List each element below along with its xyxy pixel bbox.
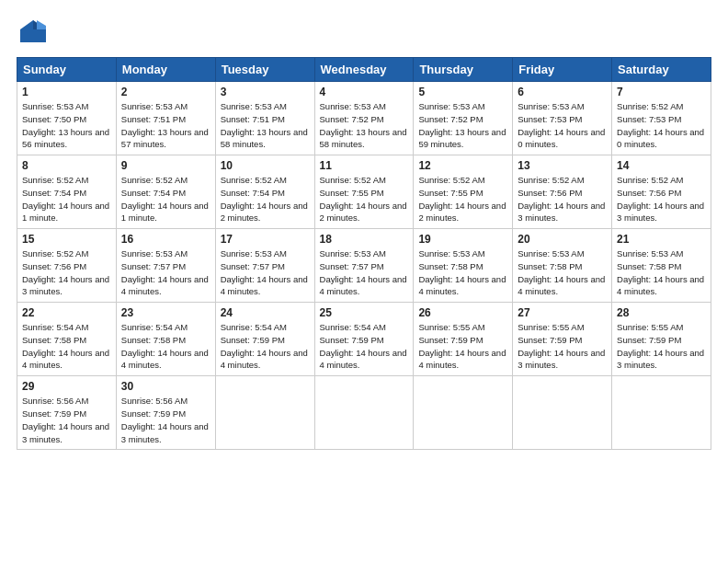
day-info: Sunrise: 5:54 AM Sunset: 7:59 PM Dayligh… <box>320 321 409 372</box>
day-info: Sunrise: 5:53 AM Sunset: 7:57 PM Dayligh… <box>121 247 210 298</box>
sunset-label: Sunset: 7:54 PM <box>121 188 186 198</box>
sunrise-label: Sunrise: 5:52 AM <box>221 175 287 185</box>
day-info: Sunrise: 5:54 AM Sunset: 7:58 PM Dayligh… <box>22 321 111 372</box>
day-number: 1 <box>22 86 111 98</box>
day-info: Sunrise: 5:53 AM Sunset: 7:50 PM Dayligh… <box>22 100 111 151</box>
calendar-cell <box>414 376 513 450</box>
sunrise-label: Sunrise: 5:53 AM <box>121 101 188 111</box>
day-info: Sunrise: 5:53 AM Sunset: 7:58 PM Dayligh… <box>617 247 706 298</box>
calendar-cell: 8 Sunrise: 5:52 AM Sunset: 7:54 PM Dayli… <box>17 155 117 229</box>
page: SundayMondayTuesdayWednesdayThursdayFrid… <box>0 0 728 563</box>
day-info: Sunrise: 5:56 AM Sunset: 7:59 PM Dayligh… <box>22 395 111 445</box>
sunrise-label: Sunrise: 5:52 AM <box>518 175 584 185</box>
sunrise-label: Sunrise: 5:53 AM <box>22 101 88 111</box>
svg-marker-3 <box>37 20 46 29</box>
sunrise-label: Sunrise: 5:52 AM <box>617 101 683 111</box>
daylight-label: Daylight: 14 hours and 0 minutes. <box>617 127 704 150</box>
day-number: 11 <box>320 159 409 172</box>
sunrise-label: Sunrise: 5:56 AM <box>22 396 88 406</box>
day-info: Sunrise: 5:52 AM Sunset: 7:55 PM Dayligh… <box>418 174 507 224</box>
sunrise-label: Sunrise: 5:54 AM <box>22 322 88 332</box>
week-row-3: 22 Sunrise: 5:54 AM Sunset: 7:58 PM Dayl… <box>17 303 711 376</box>
sunset-label: Sunset: 7:52 PM <box>320 114 384 124</box>
day-info: Sunrise: 5:56 AM Sunset: 7:59 PM Dayligh… <box>121 395 210 445</box>
daylight-label: Daylight: 14 hours and 3 minutes. <box>22 421 109 444</box>
daylight-label: Daylight: 14 hours and 2 minutes. <box>418 201 506 224</box>
sunset-label: Sunset: 7:58 PM <box>617 261 681 271</box>
day-number: 14 <box>617 159 706 172</box>
calendar-cell: 21 Sunrise: 5:53 AM Sunset: 7:58 PM Dayl… <box>612 229 711 303</box>
week-row-2: 15 Sunrise: 5:52 AM Sunset: 7:56 PM Dayl… <box>17 229 711 303</box>
day-info: Sunrise: 5:52 AM Sunset: 7:56 PM Dayligh… <box>22 247 111 298</box>
sunrise-label: Sunrise: 5:52 AM <box>617 175 683 185</box>
day-number: 17 <box>221 233 310 246</box>
day-info: Sunrise: 5:55 AM Sunset: 7:59 PM Dayligh… <box>518 321 607 372</box>
col-header-thursday: Thursday <box>414 58 513 82</box>
sunrise-label: Sunrise: 5:55 AM <box>617 322 683 332</box>
sunrise-label: Sunrise: 5:53 AM <box>320 101 386 111</box>
daylight-label: Daylight: 14 hours and 2 minutes. <box>221 201 308 224</box>
calendar-cell: 28 Sunrise: 5:55 AM Sunset: 7:59 PM Dayl… <box>612 303 711 376</box>
daylight-label: Daylight: 14 hours and 3 minutes. <box>121 421 209 444</box>
calendar-cell: 23 Sunrise: 5:54 AM Sunset: 7:58 PM Dayl… <box>116 303 215 376</box>
calendar-cell: 2 Sunrise: 5:53 AM Sunset: 7:51 PM Dayli… <box>116 82 215 155</box>
calendar-cell <box>215 376 314 450</box>
day-info: Sunrise: 5:55 AM Sunset: 7:59 PM Dayligh… <box>418 321 507 372</box>
day-info: Sunrise: 5:53 AM Sunset: 7:58 PM Dayligh… <box>518 247 607 298</box>
svg-rect-2 <box>20 29 46 42</box>
calendar-cell: 13 Sunrise: 5:52 AM Sunset: 7:56 PM Dayl… <box>513 155 612 229</box>
day-number: 20 <box>518 233 607 246</box>
col-header-monday: Monday <box>116 58 215 82</box>
day-number: 7 <box>617 86 706 98</box>
day-number: 22 <box>22 306 111 319</box>
daylight-label: Daylight: 14 hours and 4 minutes. <box>121 274 209 297</box>
daylight-label: Daylight: 14 hours and 4 minutes. <box>221 274 308 297</box>
sunrise-label: Sunrise: 5:54 AM <box>121 322 188 332</box>
week-row-1: 8 Sunrise: 5:52 AM Sunset: 7:54 PM Dayli… <box>17 155 711 229</box>
calendar-cell: 18 Sunrise: 5:53 AM Sunset: 7:57 PM Dayl… <box>314 229 414 303</box>
calendar-cell: 15 Sunrise: 5:52 AM Sunset: 7:56 PM Dayl… <box>17 229 117 303</box>
day-info: Sunrise: 5:52 AM Sunset: 7:54 PM Dayligh… <box>121 174 210 224</box>
sunrise-label: Sunrise: 5:53 AM <box>418 248 484 259</box>
sunrise-label: Sunrise: 5:55 AM <box>518 322 584 332</box>
calendar-cell: 12 Sunrise: 5:52 AM Sunset: 7:55 PM Dayl… <box>414 155 513 229</box>
sunset-label: Sunset: 7:53 PM <box>617 114 681 124</box>
day-number: 27 <box>518 306 607 319</box>
daylight-label: Daylight: 14 hours and 4 minutes. <box>22 348 109 371</box>
day-number: 10 <box>221 159 310 172</box>
daylight-label: Daylight: 14 hours and 4 minutes. <box>418 348 506 371</box>
sunset-label: Sunset: 7:53 PM <box>518 114 582 124</box>
day-info: Sunrise: 5:52 AM Sunset: 7:55 PM Dayligh… <box>320 174 409 224</box>
day-number: 26 <box>418 306 507 319</box>
calendar-cell <box>612 376 711 450</box>
sunrise-label: Sunrise: 5:52 AM <box>22 248 88 259</box>
day-number: 12 <box>418 159 507 172</box>
sunrise-label: Sunrise: 5:52 AM <box>22 175 88 185</box>
daylight-label: Daylight: 14 hours and 4 minutes. <box>121 348 209 371</box>
calendar-cell: 4 Sunrise: 5:53 AM Sunset: 7:52 PM Dayli… <box>314 82 414 155</box>
sunset-label: Sunset: 7:51 PM <box>221 114 285 124</box>
daylight-label: Daylight: 14 hours and 0 minutes. <box>518 127 605 150</box>
daylight-label: Daylight: 14 hours and 4 minutes. <box>617 274 704 297</box>
daylight-label: Daylight: 13 hours and 59 minutes. <box>418 127 506 150</box>
sunset-label: Sunset: 7:59 PM <box>617 335 681 345</box>
calendar-cell: 9 Sunrise: 5:52 AM Sunset: 7:54 PM Dayli… <box>116 155 215 229</box>
col-header-tuesday: Tuesday <box>215 58 314 82</box>
calendar-cell: 6 Sunrise: 5:53 AM Sunset: 7:53 PM Dayli… <box>513 82 612 155</box>
calendar-table: SundayMondayTuesdayWednesdayThursdayFrid… <box>17 57 711 450</box>
calendar-cell: 22 Sunrise: 5:54 AM Sunset: 7:58 PM Dayl… <box>17 303 117 376</box>
day-number: 19 <box>418 233 507 246</box>
day-info: Sunrise: 5:53 AM Sunset: 7:57 PM Dayligh… <box>221 247 310 298</box>
day-number: 8 <box>22 159 111 172</box>
daylight-label: Daylight: 14 hours and 3 minutes. <box>518 201 605 224</box>
day-info: Sunrise: 5:53 AM Sunset: 7:51 PM Dayligh… <box>221 100 310 151</box>
day-number: 13 <box>518 159 607 172</box>
calendar-cell: 11 Sunrise: 5:52 AM Sunset: 7:55 PM Dayl… <box>314 155 414 229</box>
calendar-header-row: SundayMondayTuesdayWednesdayThursdayFrid… <box>17 58 711 82</box>
day-number: 28 <box>617 306 706 319</box>
calendar-cell: 1 Sunrise: 5:53 AM Sunset: 7:50 PM Dayli… <box>17 82 117 155</box>
calendar-cell: 29 Sunrise: 5:56 AM Sunset: 7:59 PM Dayl… <box>17 376 117 450</box>
day-info: Sunrise: 5:54 AM Sunset: 7:58 PM Dayligh… <box>121 321 210 372</box>
daylight-label: Daylight: 14 hours and 3 minutes. <box>617 201 704 224</box>
day-number: 4 <box>320 86 409 98</box>
